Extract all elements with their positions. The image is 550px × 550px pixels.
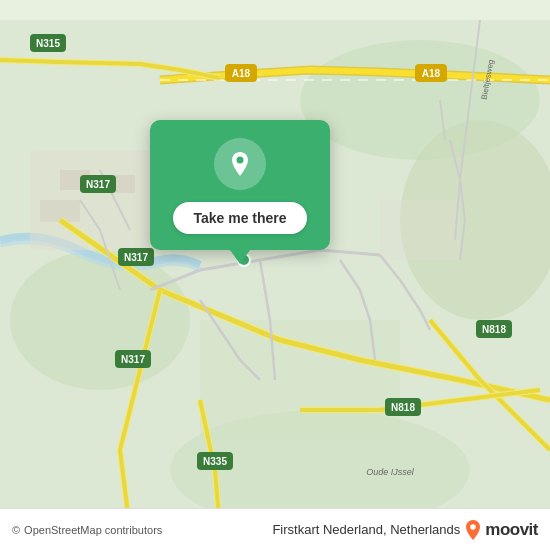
moovit-text: moovit: [485, 520, 538, 540]
footer-left: © OpenStreetMap contributors: [12, 524, 162, 536]
svg-text:N317: N317: [86, 179, 110, 190]
location-name: Firstkart Nederland, Netherlands: [272, 522, 460, 537]
svg-text:A18: A18: [232, 68, 251, 79]
copyright-symbol: ©: [12, 524, 20, 536]
svg-text:N315: N315: [36, 38, 60, 49]
svg-text:N818: N818: [482, 324, 506, 335]
popup-card: Take me there: [150, 120, 330, 250]
take-me-there-button[interactable]: Take me there: [173, 202, 306, 234]
moovit-pin-icon: [464, 520, 482, 540]
location-pin-icon: [226, 150, 254, 178]
svg-text:N335: N335: [203, 456, 227, 467]
moovit-logo: moovit: [464, 520, 538, 540]
map-container: N315 A18 A18 N317 N317 N317 N335 N818 N8…: [0, 0, 550, 550]
location-icon-circle: [214, 138, 266, 190]
svg-text:N317: N317: [121, 354, 145, 365]
svg-point-33: [237, 157, 244, 164]
svg-text:N317: N317: [124, 252, 148, 263]
footer-bar: © OpenStreetMap contributors Firstkart N…: [0, 508, 550, 550]
openstreetmap-text: OpenStreetMap contributors: [24, 524, 162, 536]
svg-text:N818: N818: [391, 402, 415, 413]
footer-right: Firstkart Nederland, Netherlands moovit: [272, 520, 538, 540]
svg-rect-11: [380, 200, 460, 260]
svg-text:A18: A18: [422, 68, 441, 79]
svg-point-4: [10, 250, 190, 390]
svg-text:Oude IJssel: Oude IJssel: [366, 467, 415, 477]
svg-rect-10: [40, 200, 80, 222]
svg-point-34: [470, 524, 476, 530]
map-background: N315 A18 A18 N317 N317 N317 N335 N818 N8…: [0, 0, 550, 550]
